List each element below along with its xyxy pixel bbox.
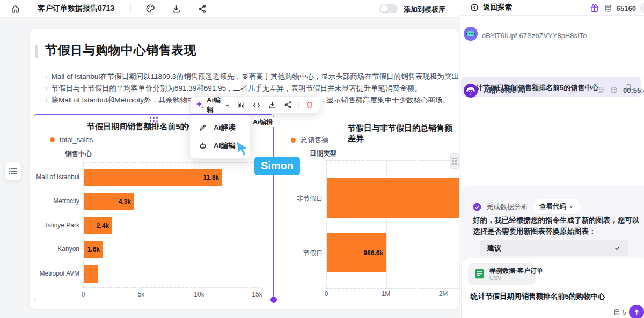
gift-button[interactable] bbox=[589, 3, 600, 13]
chart-holiday-vs-nonholiday[interactable]: 节假日与非节假日的总销售额差异 总销售额 日期类型 986.6k 非节假日节假日… bbox=[279, 114, 459, 300]
feedback-dislike-button[interactable] bbox=[610, 86, 618, 94]
delete-block-button[interactable] bbox=[304, 99, 314, 111]
home-button[interactable] bbox=[9, 2, 21, 15]
x-tick-label: 2M bbox=[439, 290, 448, 298]
bar-Metrocity[interactable]: 4.3k bbox=[84, 193, 134, 210]
bar-value-label: 11.8k bbox=[203, 174, 222, 181]
chart-title: 节假日与非节假日的总销售额差异 bbox=[348, 123, 459, 144]
robot-icon bbox=[199, 142, 207, 150]
chart-type-button[interactable] bbox=[236, 99, 246, 111]
category-label: Kanyon bbox=[34, 245, 79, 253]
bar-value-label: 986.6k bbox=[363, 249, 386, 257]
block-toolbar: Ai编辑 bbox=[190, 96, 320, 114]
prompt-input-text[interactable]: 统计节假日期间销售额排名前5的购物中心 bbox=[471, 292, 605, 301]
y-axis-label: 日期类型 bbox=[310, 149, 336, 158]
app-root: 客户订单数据报告0713 添加到模板库 节假日与购物中心销售表现 ›Mall o… bbox=[0, 0, 644, 318]
download-icon bbox=[268, 101, 276, 109]
bar-节假日[interactable]: 986.6k bbox=[327, 233, 386, 272]
attached-file-chip[interactable]: 样例数据-客户订单 CSV bbox=[468, 263, 536, 285]
user-name: oBYiT6iUpf-67SzbZVYY8pH8sITo bbox=[482, 32, 587, 40]
bar-Istinye Park[interactable]: 2.4k bbox=[84, 217, 112, 234]
panel-resize-grip[interactable] bbox=[450, 153, 459, 169]
chevron-down-icon bbox=[569, 204, 574, 209]
list-icon bbox=[9, 167, 17, 175]
insight-bullet: ›Mall of Istanbul在节假日期间以11809.3的销售额遥遥领先，… bbox=[45, 72, 459, 82]
x-tick-label: 10k bbox=[194, 291, 204, 298]
database-icon bbox=[613, 309, 620, 316]
download-chart-button[interactable] bbox=[267, 99, 277, 111]
composer-card: 样例数据-客户订单 CSV 统计节假日期间销售额排名前5的购物中心 5 bbox=[461, 258, 644, 318]
plan-badge[interactable] bbox=[640, 2, 644, 14]
file-type: CSV bbox=[489, 275, 502, 281]
category-label: 非节假日 bbox=[279, 194, 323, 203]
chevron-right-icon: › bbox=[45, 84, 48, 92]
trash-icon bbox=[305, 101, 313, 109]
back-circle-icon bbox=[470, 3, 479, 12]
bar-非节假日[interactable] bbox=[327, 178, 459, 218]
theme-button[interactable] bbox=[144, 2, 157, 15]
chart-resize-handle[interactable] bbox=[270, 297, 277, 303]
divider bbox=[28, 4, 28, 13]
bar-value-label: 4.3k bbox=[119, 198, 134, 205]
ai-avatar bbox=[464, 84, 478, 98]
y-axis-label: 销售中心 bbox=[65, 150, 92, 159]
x-tick-label: 5k bbox=[138, 291, 145, 298]
share-chart-button[interactable] bbox=[283, 99, 293, 111]
collaborator-name-label: Simon bbox=[254, 157, 300, 175]
menu-item-ai-interpret[interactable]: Ai解读 bbox=[190, 119, 250, 137]
chart-legend[interactable]: 总销售额 bbox=[291, 135, 328, 145]
feedback-like-button[interactable] bbox=[596, 86, 605, 94]
category-label: 节假日 bbox=[279, 249, 323, 258]
report-document: 节假日与购物中心销售表现 ›Mall of Istanbul在节假日期间以118… bbox=[30, 29, 459, 309]
category-label: Metrocity bbox=[34, 197, 79, 205]
topbar: 客户订单数据报告0713 添加到模板库 bbox=[0, 0, 460, 18]
add-to-template-label: 添加到模板库 bbox=[404, 5, 445, 14]
home-icon bbox=[11, 4, 20, 13]
download-report-button[interactable] bbox=[170, 2, 182, 15]
category-label: Istinye Park bbox=[34, 221, 79, 229]
share-icon bbox=[197, 4, 207, 13]
share-report-button[interactable] bbox=[195, 2, 208, 15]
bar-Metropol AVM[interactable] bbox=[84, 265, 98, 283]
ai-message-text: 好的，我已经根据您的指令生成了新的图表，您可以选择是否需要用新图表替换原始图表： bbox=[473, 215, 644, 237]
bar-value-label: 2.4k bbox=[97, 222, 112, 230]
chart-legend[interactable]: total_sales bbox=[50, 136, 93, 144]
x-tick-label: 15k bbox=[252, 291, 262, 298]
share-icon bbox=[284, 101, 292, 109]
credits-count: 65160 bbox=[617, 4, 636, 12]
outline-button[interactable] bbox=[4, 161, 21, 181]
frown-icon bbox=[610, 86, 618, 94]
pen-icon bbox=[199, 123, 207, 132]
arrow-up-icon bbox=[633, 309, 640, 316]
chevron-down-icon bbox=[225, 102, 230, 108]
add-to-template-toggle[interactable] bbox=[379, 4, 398, 13]
check-icon bbox=[614, 245, 621, 252]
ai-edit-dropdown-button[interactable]: Ai编辑 bbox=[196, 95, 230, 115]
csv-file-icon bbox=[474, 268, 485, 279]
plot-area: 11.8k4.3k2.4k1.6k bbox=[83, 162, 259, 288]
bar-Mall of Istanbul[interactable]: 11.8k bbox=[84, 169, 222, 186]
view-code-button[interactable] bbox=[252, 99, 262, 111]
database-icon bbox=[604, 4, 612, 12]
message-timestamp: 00:55:45 bbox=[623, 86, 644, 94]
bar-value-label: 1.6k bbox=[87, 246, 103, 253]
category-label: Mall of Istanbul bbox=[34, 173, 79, 181]
insight-bullet: ›节假日与非节假日的平均客单价分别为691.39和691.95，二者几乎无差异，… bbox=[45, 84, 422, 93]
option-suggested[interactable]: 建议 bbox=[480, 240, 628, 256]
send-button[interactable] bbox=[629, 305, 644, 318]
back-to-explore-button[interactable]: 返回探索 bbox=[470, 3, 512, 12]
view-code-dropdown-button[interactable]: 查看代码 bbox=[533, 199, 580, 215]
bar-Kanyon[interactable]: 1.6k bbox=[84, 241, 103, 258]
bar-chart-icon bbox=[237, 101, 245, 109]
chevron-right-icon: › bbox=[45, 72, 48, 80]
panel-header: 返回探索 65160 bbox=[460, 0, 644, 16]
divider bbox=[298, 101, 299, 109]
report-title: 客户订单数据报告0713 bbox=[38, 0, 114, 17]
gift-icon bbox=[590, 4, 599, 13]
palette-icon bbox=[145, 4, 155, 13]
chevron-right-icon: › bbox=[45, 96, 48, 104]
datasource-count[interactable]: 5 bbox=[613, 308, 626, 316]
x-tick-label: 1M bbox=[382, 290, 391, 298]
legend-dot-icon bbox=[291, 138, 296, 143]
x-tick-label: 0 bbox=[82, 291, 85, 298]
